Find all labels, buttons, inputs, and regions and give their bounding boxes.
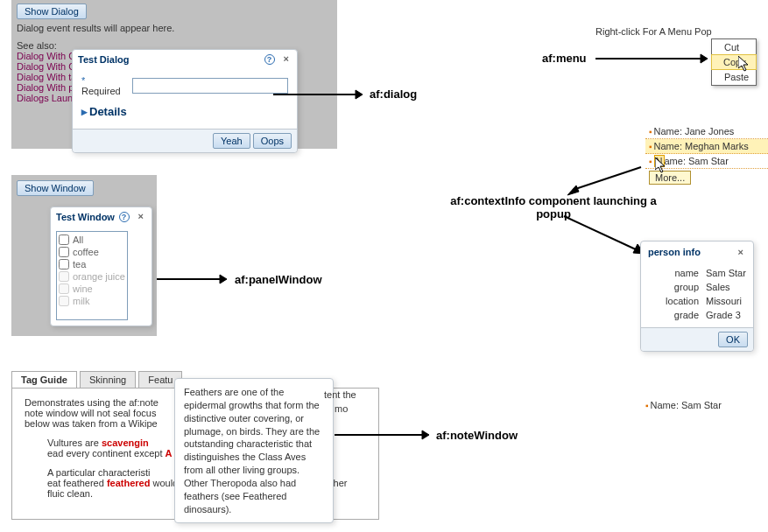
svg-marker-6 (220, 275, 227, 284)
options-list[interactable]: All coffee tea orange juice wine milk (56, 231, 128, 320)
af-panelwindow-label: af:panelWindow (235, 273, 322, 286)
details-toggle[interactable]: ▸Details (81, 105, 288, 118)
dialog-title: Test Dialog (78, 54, 129, 65)
show-dialog-button[interactable]: Show Dialog (17, 4, 87, 19)
tab-tag-guide[interactable]: Tag Guide (11, 371, 77, 388)
svg-marker-3 (701, 54, 708, 63)
menu-caption: Right-click For A Menu Pop (595, 26, 712, 37)
show-window-button[interactable]: Show Window (17, 180, 94, 196)
menu-copy[interactable]: Copy (711, 54, 757, 70)
chk-tea-label: tea (73, 259, 86, 270)
name-row-2[interactable]: ▪Name: Meghan Marks (645, 139, 768, 154)
frag-mo: mo (335, 403, 348, 414)
note-window: Feathers are one of the epidermal growth… (174, 378, 334, 523)
chk-orange-label: orange juice (73, 271, 125, 282)
help-icon[interactable]: ? (119, 212, 130, 222)
pi-location-lbl: location (648, 296, 699, 306)
menu-paste[interactable]: Paste (712, 69, 756, 85)
chk-orange[interactable] (59, 271, 69, 282)
panel-window-title: Test Window (56, 212, 115, 222)
svg-marker-13 (422, 430, 429, 439)
frag-tent: tent the (324, 389, 356, 400)
chk-coffee[interactable] (59, 247, 69, 257)
tab-skinning[interactable]: Skinning (80, 371, 136, 388)
pi-grade-lbl: grade (648, 310, 699, 320)
chk-coffee-label: coffee (73, 247, 99, 257)
name-below: ▪Name: Sam Star (645, 400, 722, 410)
see-also-link-3[interactable]: Dialog With pa (17, 82, 80, 93)
person-info-title: person info (648, 247, 701, 257)
dialog-results-text: Dialog event results will appear here. (17, 23, 332, 33)
svg-marker-1 (356, 90, 363, 99)
required-input[interactable] (132, 78, 288, 94)
af-notewindow-label: af:noteWindow (436, 429, 518, 442)
chk-wine[interactable] (59, 284, 69, 294)
svg-line-10 (564, 216, 638, 250)
chk-milk-label: milk (73, 296, 90, 306)
name-row-1: ▪Name: Jane Jones (645, 124, 768, 139)
pi-location-val: Missouri (706, 296, 742, 306)
oops-button[interactable]: Oops (253, 133, 292, 149)
pi-grade-val: Grade 3 (706, 310, 741, 320)
chk-wine-label: wine (73, 284, 93, 294)
ok-button[interactable]: OK (718, 332, 748, 347)
more-button[interactable]: More... (649, 171, 691, 185)
required-label: * Required (81, 75, 127, 96)
pi-name-val: Sam Star (706, 268, 746, 278)
pi-group-lbl: group (648, 282, 699, 292)
chk-tea[interactable] (59, 259, 69, 270)
pi-group-val: Sales (706, 282, 730, 292)
yeah-button[interactable]: Yeah (213, 133, 250, 149)
af-menu-label: af:menu (542, 52, 587, 65)
close-icon[interactable]: × (736, 247, 746, 257)
chk-all[interactable] (59, 234, 69, 245)
menu-cut[interactable]: Cut (712, 39, 756, 55)
help-icon[interactable]: ? (264, 54, 275, 65)
disclose-icon: ▸ (81, 105, 88, 118)
see-also-link-2[interactable]: Dialog With ta (17, 72, 76, 82)
svg-line-8 (573, 167, 641, 190)
af-dialog-label: af:dialog (370, 88, 417, 101)
chk-all-label: All (73, 234, 83, 245)
close-icon[interactable]: × (281, 53, 292, 64)
pi-name-lbl: name (648, 268, 699, 278)
svg-marker-9 (567, 186, 579, 195)
chk-milk[interactable] (59, 296, 69, 306)
close-icon[interactable]: × (136, 211, 146, 221)
name-row-3[interactable]: ▪Name: Sam Star (645, 154, 768, 169)
